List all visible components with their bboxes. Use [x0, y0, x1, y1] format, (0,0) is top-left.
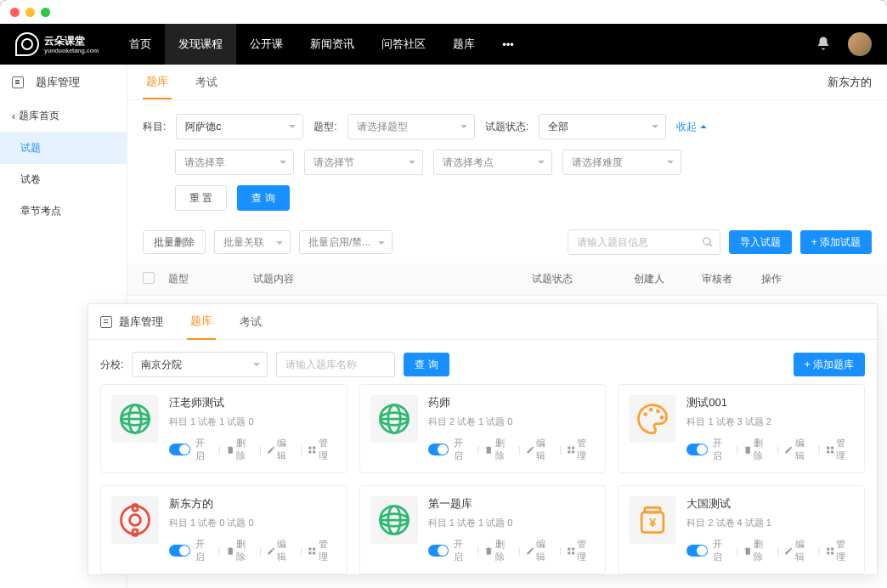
svg-rect-36: [568, 547, 570, 550]
card-edit[interactable]: 编辑: [784, 538, 812, 563]
branch-select[interactable]: 南京分院: [132, 352, 268, 377]
bank-card[interactable]: 药师科目 2 试卷 1 试题 0开启|删除|编辑|管理: [359, 384, 607, 473]
nav-news[interactable]: 新闻资讯: [297, 24, 368, 65]
col-content: 试题内容: [253, 272, 532, 286]
card-delete[interactable]: 删除: [743, 538, 771, 563]
svg-rect-12: [568, 446, 570, 449]
card-icon: [111, 496, 159, 544]
minimize-icon[interactable]: [25, 8, 35, 17]
batch-relate-select[interactable]: 批量关联: [214, 230, 291, 254]
card-delete[interactable]: 删除: [226, 538, 254, 563]
bank-search-input[interactable]: [276, 352, 395, 377]
search-input[interactable]: [568, 229, 720, 255]
bank-card[interactable]: 新东方的科目 1 试卷 0 试题 0开启|删除|编辑|管理: [100, 485, 347, 574]
difficulty-select[interactable]: 请选择难度: [562, 150, 681, 175]
card-title: 大国测试: [686, 496, 854, 512]
tab-bank[interactable]: 题库: [143, 65, 172, 99]
sidebar-header: 题库管理: [0, 65, 127, 100]
status-select[interactable]: 全部: [539, 114, 666, 139]
card-manage[interactable]: 管理: [308, 538, 336, 563]
avatar[interactable]: [848, 32, 872, 56]
nav-home[interactable]: 首页: [116, 24, 165, 65]
svg-rect-15: [572, 450, 574, 453]
card-edit[interactable]: 编辑: [784, 437, 812, 462]
nav-qa[interactable]: 问答社区: [368, 24, 439, 65]
logo[interactable]: 云朵课堂 yunduoketang.com: [15, 32, 99, 56]
batch-enable-select[interactable]: 批量启用/禁...: [299, 230, 393, 254]
w2-tab-exam[interactable]: 考试: [236, 305, 265, 339]
card-edit[interactable]: 编辑: [526, 437, 554, 462]
svg-rect-43: [827, 547, 829, 550]
nav-open-course[interactable]: 公开课: [236, 24, 297, 65]
bank-list-window: 题库管理 题库 考试 分校: 南京分院 查 询 + 添加题库 汪老师测试科目 1…: [88, 303, 878, 575]
toggle-label: 开启: [195, 538, 213, 563]
bank-card[interactable]: 测试001科目 1 试卷 3 试题 2开启|删除|编辑|管理: [618, 384, 865, 473]
svg-point-16: [644, 412, 648, 416]
card-meta: 科目 1 试卷 0 试题 0: [169, 517, 336, 529]
card-edit[interactable]: 编辑: [267, 538, 295, 563]
card-manage[interactable]: 管理: [826, 538, 854, 563]
point-select[interactable]: 请选择考点: [433, 150, 552, 175]
query-button[interactable]: 查 询: [237, 185, 289, 211]
toggle-icon[interactable]: [169, 545, 190, 557]
card-title: 第一题库: [428, 496, 596, 512]
batch-delete-button[interactable]: 批量删除: [143, 230, 206, 254]
svg-rect-30: [309, 551, 312, 554]
card-manage[interactable]: 管理: [826, 437, 854, 462]
card-edit[interactable]: 编辑: [267, 437, 295, 462]
svg-rect-28: [309, 547, 312, 550]
sidebar-back[interactable]: ‹ 题库首页: [0, 100, 127, 133]
collapse-link[interactable]: 收起: [676, 120, 707, 134]
add-bank-button[interactable]: + 添加题库: [794, 353, 865, 376]
w2-query-button[interactable]: 查 询: [404, 353, 449, 376]
subject-select[interactable]: 阿萨德c: [176, 114, 303, 139]
select-all-checkbox[interactable]: [143, 272, 155, 284]
bank-card[interactable]: 第一题库科目 1 试卷 1 试题 0开启|删除|编辑|管理: [359, 485, 607, 574]
w2-tab-bank[interactable]: 题库: [187, 304, 216, 340]
import-button[interactable]: 导入试题: [729, 230, 792, 254]
card-icon: [629, 395, 676, 443]
type-label: 题型:: [314, 120, 336, 134]
maximize-icon[interactable]: [41, 8, 50, 17]
card-title: 药师: [428, 395, 596, 410]
svg-rect-27: [133, 529, 138, 535]
card-delete[interactable]: 删除: [484, 538, 512, 563]
sidebar-item-papers[interactable]: 试卷: [0, 164, 127, 195]
card-manage[interactable]: 管理: [308, 437, 336, 462]
card-delete[interactable]: 删除: [743, 437, 771, 462]
nav-discover[interactable]: 发现课程: [165, 24, 236, 65]
toggle-icon[interactable]: [686, 545, 708, 557]
section-select[interactable]: 请选择节: [304, 150, 423, 175]
reset-button[interactable]: 重 置: [175, 185, 227, 211]
card-icon: ¥: [629, 496, 676, 544]
toggle-icon[interactable]: [169, 444, 190, 455]
tab-exam[interactable]: 考试: [192, 66, 221, 99]
subject-label: 科目:: [143, 120, 166, 134]
close-icon[interactable]: [10, 8, 20, 17]
svg-rect-20: [827, 446, 829, 449]
add-question-button[interactable]: + 添加试题: [800, 230, 872, 254]
chapter-select[interactable]: 请选择章: [175, 150, 294, 175]
notification-icon[interactable]: [816, 36, 831, 53]
type-select[interactable]: 请选择题型: [347, 114, 475, 139]
card-meta: 科目 1 试卷 1 试题 0: [428, 517, 596, 529]
card-edit[interactable]: 编辑: [526, 538, 554, 563]
nav-more[interactable]: •••: [489, 24, 528, 65]
card-delete[interactable]: 删除: [484, 437, 512, 462]
card-delete[interactable]: 删除: [226, 437, 254, 462]
nav-bank[interactable]: 题库: [439, 24, 489, 65]
sidebar-item-questions[interactable]: 试题: [0, 133, 127, 164]
toggle-icon[interactable]: [428, 545, 449, 557]
bank-card[interactable]: 汪老师测试科目 1 试卷 1 试题 0开启|删除|编辑|管理: [100, 384, 347, 473]
sidebar-item-chapters[interactable]: 章节考点: [0, 195, 127, 227]
card-title: 测试001: [686, 395, 854, 410]
card-manage[interactable]: 管理: [567, 538, 595, 563]
card-meta: 科目 1 试卷 3 试题 2: [686, 416, 854, 428]
col-reviewer: 审核者: [702, 272, 761, 286]
toggle-icon[interactable]: [428, 444, 449, 455]
svg-rect-37: [572, 547, 574, 550]
bank-card[interactable]: ¥大国测试科目 2 试卷 4 试题 1开启|删除|编辑|管理: [618, 485, 865, 574]
card-manage[interactable]: 管理: [567, 437, 595, 462]
toggle-icon[interactable]: [686, 444, 708, 455]
svg-text:¥: ¥: [649, 516, 657, 529]
